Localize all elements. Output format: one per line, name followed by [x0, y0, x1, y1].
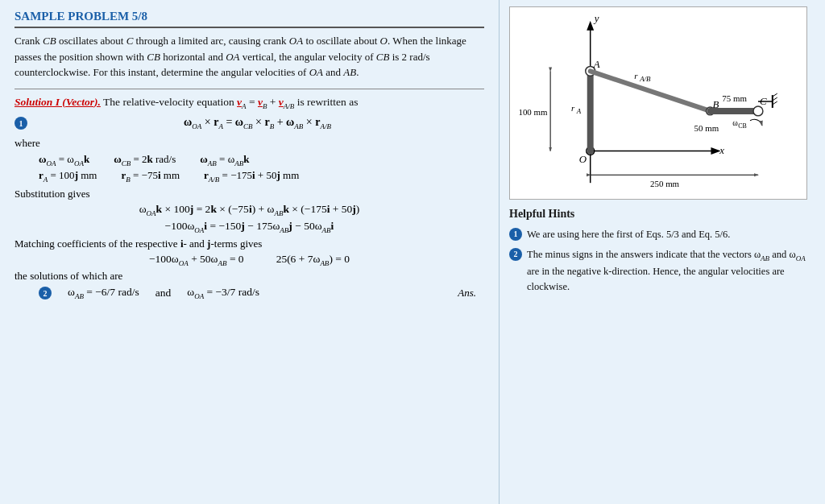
eq-1: −100ωOA + 50ωAB = 0	[149, 253, 244, 267]
left-panel: SAMPLE PROBLEM 5/8 Crank CB oscillates a…	[0, 0, 500, 504]
two-equations: −100ωOA + 50ωAB = 0 25(6 + 7ωAB) = 0	[15, 253, 484, 267]
diagram-svg: y x O A B	[510, 7, 806, 199]
answer-omega-oa: ωOA = −3/7 rad/s	[187, 286, 259, 300]
svg-point-14	[753, 106, 763, 116]
and-connector: and	[155, 287, 172, 300]
hint-ref-1: 1	[15, 117, 27, 130]
substitution-label: Substitution gives	[15, 188, 484, 200]
var-omega-oa: ωOA = ωOAk	[39, 153, 89, 167]
svg-text:O: O	[579, 154, 587, 165]
sample-title: SAMPLE PROBLEM 5/8	[15, 10, 484, 28]
var-r-b: rB = −75i mm	[121, 169, 180, 184]
svg-text:100 mm: 100 mm	[518, 107, 548, 117]
svg-text:250 mm: 250 mm	[650, 179, 680, 188]
subst-eq-2: −100ωOAi = −150j − 175ωABj − 50ωABi	[15, 220, 484, 234]
hints-title: Helpful Hints	[509, 208, 815, 221]
hints-section: Helpful Hints 1 We are using here the fi…	[509, 208, 815, 294]
hint-2: 2 The minus signs in the answers indicat…	[509, 247, 815, 295]
var-omega-ab: ωAB = ωABk	[200, 153, 249, 167]
hint-num-2: 2	[509, 248, 522, 261]
svg-text:r: r	[634, 71, 638, 81]
vars-row-2: rA = 100j mm rB = −75i mm rA/B = −175i +…	[39, 169, 484, 184]
svg-text:y: y	[593, 13, 599, 24]
svg-text:50 mm: 50 mm	[694, 123, 719, 133]
var-omega-cb: ωCB = 2k rad/s	[114, 153, 176, 167]
answer-omega-ab: ωAB = −6/7 rad/s	[68, 286, 139, 300]
answer-row: 2 ωAB = −6/7 rad/s and ωOA = −3/7 rad/s …	[15, 286, 484, 300]
svg-text:A/B: A/B	[639, 75, 651, 83]
svg-text:75 mm: 75 mm	[722, 93, 747, 103]
subst-eq-1: ωOAk × 100j = 2k × (−75i) + ωABk × (−175…	[15, 203, 484, 217]
divider	[15, 89, 484, 89]
svg-text:C: C	[760, 96, 767, 107]
solution-title-bold: Solution I (Vector).	[15, 96, 101, 108]
right-panel: y x O A B	[500, 0, 825, 504]
vars-grid: ωOA = ωOAk ωCB = 2k rad/s ωAB = ωABk rA …	[39, 153, 484, 183]
matching-label: Matching coefficients of the respective …	[15, 238, 484, 250]
var-r-ab: rA/B = −175i + 50j mm	[204, 169, 299, 184]
ans-label: Ans.	[458, 287, 476, 300]
svg-text:CB: CB	[738, 122, 747, 130]
hint-text-1: We are using here the first of Eqs. 5/3 …	[527, 227, 815, 242]
hint-num-1: 1	[509, 228, 522, 241]
hint-ref-2: 2	[39, 287, 52, 300]
eq-2: 25(6 + 7ωAB) = 0	[276, 253, 350, 267]
svg-text:A: A	[576, 107, 582, 115]
where-label: where	[15, 137, 484, 150]
svg-text:A: A	[593, 59, 600, 70]
svg-text:r: r	[571, 103, 575, 113]
main-equation-block: 1 ωOA × rA = ωCB × rB + ωAB × rA/B	[31, 116, 484, 130]
hint-1: 1 We are using here the first of Eqs. 5/…	[509, 227, 815, 242]
main-equation: ωOA × rA = ωCB × rB + ωAB × rA/B	[184, 116, 331, 128]
vars-row-1: ωOA = ωOAk ωCB = 2k rad/s ωAB = ωABk	[39, 153, 484, 167]
diagram-container: y x O A B	[509, 6, 807, 200]
svg-text:x: x	[719, 145, 724, 156]
var-r-a: rA = 100j mm	[39, 169, 97, 184]
solution-title: Solution I (Vector). The relative-veloci…	[15, 96, 484, 110]
hint-text-2: The minus signs in the answers indicate …	[527, 247, 815, 295]
solutions-label: the solutions of which are	[15, 270, 484, 283]
problem-text: Crank CB oscillates about C through a li…	[15, 33, 484, 81]
